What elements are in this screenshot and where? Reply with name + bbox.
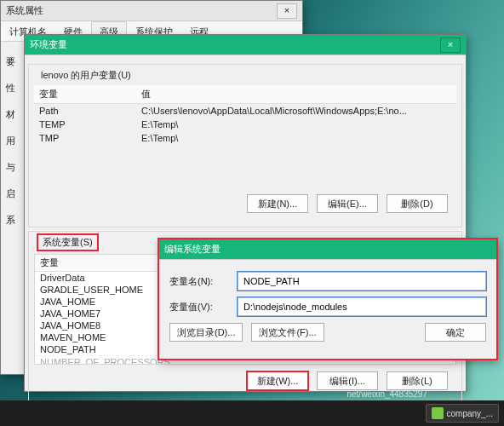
edit-titlebar[interactable]: 编辑系统变量 [159,239,496,260]
sys-vars-label: 系统变量(S) [37,234,98,250]
sys-titlebar[interactable]: 系统属性 × [1,1,302,21]
var-name-row: 变量名(N): [169,272,486,291]
edit-system-variable-dialog: 编辑系统变量 变量名(N): 变量值(V): 浏览目录(D)... 浏览文件(F… [158,239,497,360]
col-value: 值 [136,85,456,104]
var-value-label: 变量值(V): [169,301,229,314]
edit-ok-button[interactable]: 确定 [425,323,486,342]
taskbar-item-label: company_... [447,409,493,418]
app-icon [432,407,444,419]
table-row[interactable]: TMPE:\Temp\ [34,131,456,145]
sys-title: 系统属性 [6,4,43,17]
user-delete-button[interactable]: 删除(D) [387,194,448,213]
user-vars-label: lenovo 的用户变量(U) [37,69,135,82]
table-row[interactable]: TEMPE:\Temp\ [34,118,456,131]
env-titlebar[interactable]: 环境变量 × [25,35,466,55]
env-title: 环境变量 [30,38,67,51]
sys-new-button[interactable]: 新建(W)... [247,371,308,390]
watermark-url: net/weixin_44835297 [346,389,427,399]
user-vars-buttons: 新建(N)... 编辑(E)... 删除(D) [34,187,456,220]
edit-title: 编辑系统变量 [164,243,220,256]
sys-close-icon[interactable]: × [277,3,297,19]
user-edit-button[interactable]: 编辑(E)... [317,194,378,213]
col-variable: 变量 [34,85,136,104]
var-value-input[interactable] [238,297,486,316]
var-name-label: 变量名(N): [169,275,229,288]
var-value-row: 变量值(V): [169,297,486,316]
user-vars-group: lenovo 的用户变量(U) 变量值 PathC:\Users\lenovo\… [28,64,462,227]
sys-left-edge-text: 要性材 用与启 系 [6,42,21,240]
env-close-icon[interactable]: × [440,37,461,53]
var-name-input[interactable] [238,272,486,291]
sys-delete-button[interactable]: 删除(L) [387,371,448,390]
taskbar-item[interactable]: company_... [426,404,499,423]
user-new-button[interactable]: 新建(N)... [247,194,308,213]
browse-dir-button[interactable]: 浏览目录(D)... [169,323,243,342]
browse-file-button[interactable]: 浏览文件(F)... [251,323,324,342]
table-row[interactable]: PathC:\Users\lenovo\AppData\Local\Micros… [34,104,456,118]
user-vars-table[interactable]: 变量值 PathC:\Users\lenovo\AppData\Local\Mi… [34,85,456,187]
taskbar[interactable]: company_... [0,400,504,426]
sys-edit-button[interactable]: 编辑(I)... [317,371,378,390]
